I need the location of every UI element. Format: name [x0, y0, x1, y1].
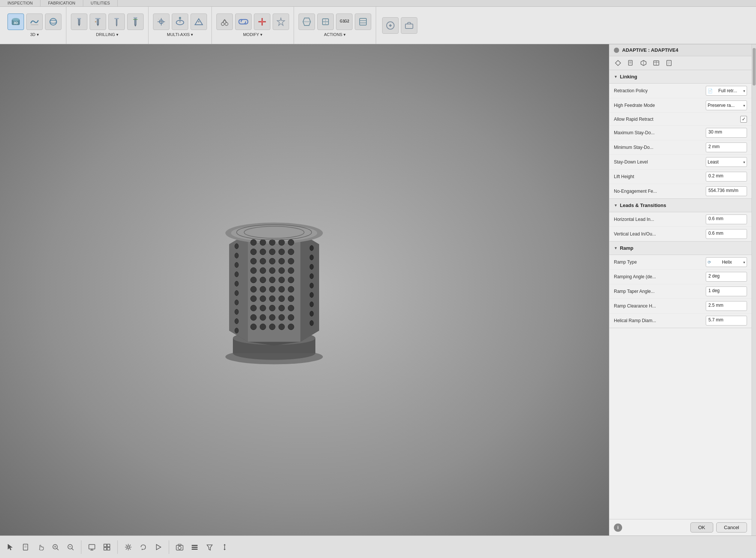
table-panel-icon[interactable]	[651, 58, 662, 68]
retraction-policy-value: 📄 Full retr... ▾	[706, 86, 747, 96]
ramp-section-header[interactable]: ▼ Ramp	[609, 242, 752, 255]
max-stay-down-input[interactable]: 30 mm	[706, 128, 747, 138]
actions1-icon[interactable]	[298, 14, 315, 30]
high-feedrate-value: Preserve ra... ▾	[706, 100, 747, 110]
circle-shape-icon[interactable]	[45, 14, 62, 30]
high-feedrate-row: High Feedrate Mode Preserve ra... ▾	[609, 98, 752, 113]
helical-ramp-input[interactable]: 5.7 mm	[706, 316, 747, 326]
svg-point-99	[260, 324, 266, 330]
drill3-icon[interactable]	[108, 14, 125, 30]
panel-scroll-area[interactable]: ▼ Linking Retraction Policy 📄 Full retr.…	[609, 70, 752, 519]
svg-point-64	[260, 258, 266, 264]
svg-point-59	[260, 249, 266, 255]
svg-point-86	[279, 296, 285, 302]
display-icon[interactable]	[86, 541, 98, 553]
extra-icon1[interactable]	[382, 17, 399, 34]
svg-point-76	[279, 277, 285, 283]
svg-point-102	[288, 324, 294, 330]
play-icon[interactable]	[152, 541, 164, 553]
page-panel-icon[interactable]	[625, 58, 636, 68]
drill4-icon[interactable]	[127, 14, 144, 30]
extra-icon2[interactable]	[401, 17, 417, 34]
stay-down-level-value: Least ▾	[706, 157, 747, 167]
chart-panel-icon[interactable]	[663, 58, 675, 68]
ramping-angle-input[interactable]: 2 deg	[706, 272, 747, 282]
horizontal-lead-in-input[interactable]: 0.6 mm	[706, 214, 747, 224]
ramp-type-select[interactable]: ⟳ Helix ▾	[706, 257, 747, 267]
drilling-label[interactable]: DRILLING	[96, 32, 118, 37]
no-engagement-input[interactable]: 554.736 mm/m	[706, 186, 747, 196]
scissors-icon[interactable]	[216, 14, 233, 30]
star-shape-icon[interactable]	[273, 14, 289, 30]
modify-label[interactable]: MODIFY	[243, 32, 262, 37]
zoom-icon[interactable]	[50, 541, 62, 553]
cancel-button[interactable]: Cancel	[716, 522, 747, 532]
svg-point-105	[235, 262, 238, 268]
svg-point-63	[250, 258, 256, 264]
ramp-clearance-input[interactable]: 2.5 mm	[706, 301, 747, 311]
wave-icon[interactable]	[26, 14, 43, 30]
viewport[interactable]	[0, 44, 609, 536]
lift-height-input[interactable]: 0.2 mm	[706, 172, 747, 182]
stay-down-level-select[interactable]: Least ▾	[706, 157, 747, 167]
svg-marker-137	[8, 544, 12, 550]
allow-rapid-retract-checkbox[interactable]	[740, 116, 747, 123]
linking-section-header[interactable]: ▼ Linking	[609, 70, 752, 84]
filter-icon[interactable]	[204, 541, 216, 553]
svg-point-22	[179, 17, 181, 19]
multiaxis-label[interactable]: MULTI-AXIS	[167, 32, 193, 37]
ramp-taper-angle-input[interactable]: 1 deg	[706, 286, 747, 296]
svg-point-82	[288, 286, 294, 292]
svg-point-23	[198, 21, 200, 22]
vertical-lead-label: Vertical Lead In/Ou...	[614, 231, 706, 237]
svg-marker-50	[300, 233, 319, 342]
retraction-policy-row: Retraction Policy 📄 Full retr... ▾	[609, 84, 752, 98]
chain-icon[interactable]	[235, 14, 252, 30]
ramp-taper-angle-row: Ramp Taper Angle... 1 deg	[609, 284, 752, 299]
cross-icon[interactable]	[254, 14, 270, 30]
multiaxis2-icon[interactable]	[172, 14, 188, 30]
svg-point-12	[95, 21, 96, 22]
actions-label[interactable]: ACTIONS	[324, 32, 346, 37]
file-bottom-icon[interactable]	[20, 541, 32, 553]
3d-label[interactable]: 3D	[30, 32, 39, 37]
toolbar-section-modify: MODIFY	[212, 7, 294, 44]
leads-section-header[interactable]: ▼ Leads & Transitions	[609, 199, 752, 212]
svg-point-117	[310, 283, 314, 288]
horizontal-lead-in-label: Horizontal Lead In...	[614, 217, 706, 222]
vertical-lead-input[interactable]: 0.6 mm	[706, 229, 747, 239]
drill2-icon[interactable]	[90, 14, 106, 30]
retraction-policy-select[interactable]: 📄 Full retr... ▾	[706, 86, 747, 96]
loop-icon[interactable]	[137, 541, 149, 553]
info-button[interactable]: i	[614, 524, 622, 532]
3d-icon[interactable]: 3D	[8, 14, 24, 30]
cube-panel-icon[interactable]	[638, 58, 649, 68]
cursor-icon[interactable]	[4, 541, 16, 553]
ok-button[interactable]: OK	[690, 522, 713, 532]
svg-point-69	[260, 268, 266, 274]
info-label: i	[617, 525, 618, 530]
grid-icon[interactable]	[101, 541, 113, 553]
panel-scrollbar[interactable]	[752, 44, 756, 536]
min-stay-down-input[interactable]: 2 mm	[706, 142, 747, 152]
g1g2-icon[interactable]: G1G2	[336, 14, 352, 30]
svg-line-27	[225, 20, 226, 22]
multiaxis3-icon[interactable]	[190, 14, 207, 30]
actions2-icon[interactable]	[317, 14, 334, 30]
settings2-icon[interactable]	[189, 541, 201, 553]
svg-marker-157	[156, 544, 161, 550]
scrollbar-thumb[interactable]	[753, 48, 756, 86]
actions3-icon[interactable]	[355, 14, 371, 30]
settings-bottom-icon[interactable]	[122, 541, 134, 553]
svg-point-109	[235, 300, 238, 305]
magnify-icon[interactable]	[64, 541, 76, 553]
multiaxis1-icon[interactable]	[153, 14, 170, 30]
hand-icon[interactable]	[34, 541, 46, 553]
arrows-icon[interactable]	[219, 541, 231, 553]
drill1-icon[interactable]	[71, 14, 87, 30]
camera-icon[interactable]	[174, 541, 186, 553]
svg-point-94	[260, 315, 266, 321]
diamond-panel-icon[interactable]	[612, 58, 624, 68]
no-engagement-row: No-Engagement Fe... 554.736 mm/m	[609, 184, 752, 198]
high-feedrate-select[interactable]: Preserve ra... ▾	[706, 100, 747, 110]
